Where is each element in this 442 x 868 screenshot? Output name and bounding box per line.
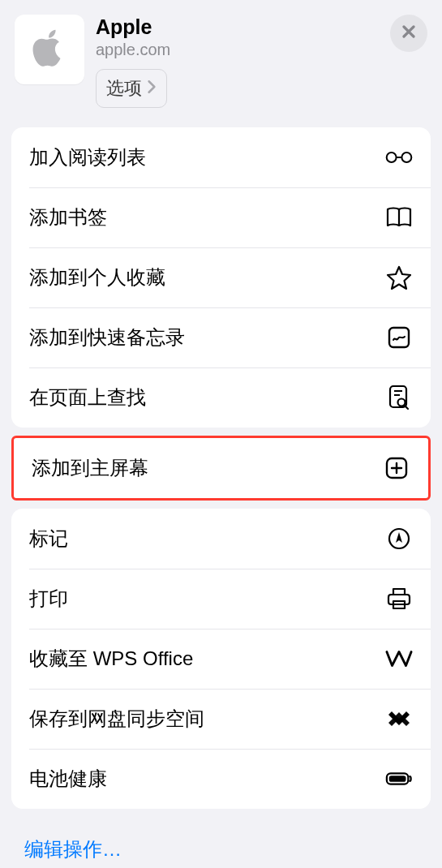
edit-actions-link[interactable]: 编辑操作… (0, 817, 442, 869)
book-icon (385, 204, 413, 231)
action-add-quicknote[interactable]: 添加到快速备忘录 (11, 307, 431, 367)
action-save-wps[interactable]: 收藏至 WPS Office (11, 629, 431, 689)
svg-point-4 (398, 398, 406, 406)
action-label: 添加书签 (29, 204, 107, 230)
action-markup[interactable]: 标记 (11, 509, 431, 569)
action-label: 收藏至 WPS Office (29, 646, 193, 672)
print-icon (385, 585, 413, 612)
action-add-reading-list[interactable]: 加入阅读列表 (11, 127, 431, 187)
wps-icon (385, 645, 413, 672)
share-sheet-header: Apple apple.com 选项 (0, 0, 442, 119)
svg-point-0 (387, 153, 397, 162)
action-battery-health[interactable]: 电池健康 (11, 749, 431, 809)
page-url: apple.com (96, 41, 390, 59)
action-add-favorites[interactable]: 添加到个人收藏 (11, 247, 431, 307)
sync-icon (385, 705, 413, 733)
action-label: 添加到个人收藏 (29, 264, 165, 290)
close-icon (401, 24, 417, 43)
action-add-bookmark[interactable]: 添加书签 (11, 187, 431, 247)
action-label: 添加到主屏幕 (32, 455, 148, 481)
apple-logo-icon (32, 28, 67, 71)
battery-icon (385, 765, 413, 793)
options-label: 选项 (106, 76, 142, 101)
action-label: 在页面上查找 (29, 385, 146, 410)
options-button[interactable]: 选项 (96, 69, 167, 108)
action-save-cloud[interactable]: 保存到网盘同步空间 (11, 689, 431, 749)
header-meta: Apple apple.com 选项 (84, 15, 390, 108)
add-to-home-icon (383, 454, 410, 482)
action-print[interactable]: 打印 (11, 569, 431, 629)
action-add-to-home[interactable]: 添加到主屏幕 (14, 438, 428, 498)
site-thumbnail (15, 15, 84, 84)
action-label: 加入阅读列表 (29, 144, 146, 170)
action-label: 保存到网盘同步空间 (29, 706, 204, 732)
find-on-page-icon (385, 384, 413, 411)
action-label: 电池健康 (29, 766, 107, 792)
edit-actions-label: 编辑操作… (24, 838, 122, 860)
action-label: 添加到快速备忘录 (29, 324, 185, 350)
action-group-highlighted: 添加到主屏幕 (11, 436, 431, 501)
markup-icon (385, 525, 413, 552)
action-label: 标记 (29, 526, 68, 552)
svg-rect-11 (389, 776, 406, 782)
action-group-1: 加入阅读列表 添加书签 添加到个人收藏 添加到快速备忘录 在页面上查找 (11, 127, 431, 428)
close-button[interactable] (390, 15, 427, 52)
quicknote-icon (385, 324, 413, 351)
svg-point-1 (401, 153, 411, 162)
svg-rect-7 (388, 595, 410, 604)
star-icon (385, 264, 413, 291)
chevron-right-icon (147, 78, 157, 99)
page-title: Apple (96, 16, 390, 39)
svg-rect-8 (393, 589, 405, 595)
action-label: 打印 (29, 586, 68, 612)
action-group-3: 标记 打印 收藏至 WPS Office 保存到网盘同步空间 电池健康 (11, 509, 431, 809)
action-find-on-page[interactable]: 在页面上查找 (11, 367, 431, 428)
glasses-icon (385, 144, 413, 171)
